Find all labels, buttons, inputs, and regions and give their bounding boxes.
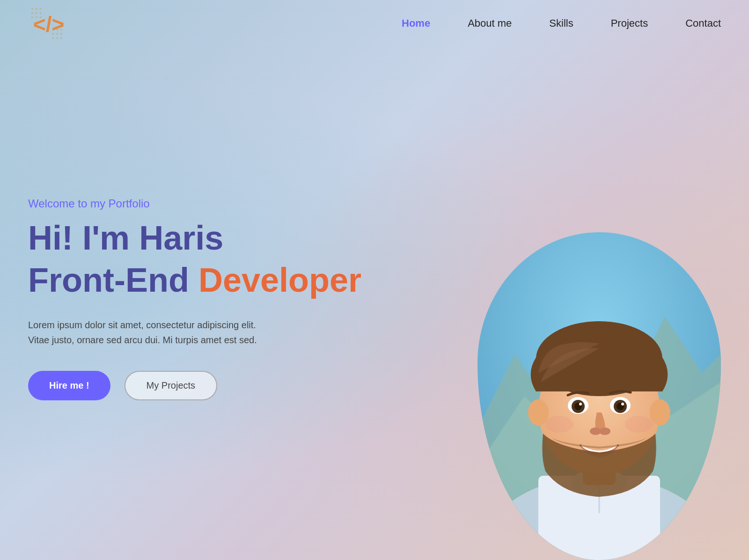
svg-point-36 (621, 403, 624, 405)
hero-portrait (477, 232, 721, 560)
description-line1: Lorem ipsum dolor sit amet, consectetur … (28, 320, 256, 330)
svg-point-38 (599, 427, 610, 435)
svg-text:</>: </> (33, 12, 65, 37)
hero-buttons: Hire me ! My Projects (28, 371, 477, 400)
role-highlight: Developer (198, 261, 361, 299)
nav-link-skills[interactable]: Skills (549, 17, 573, 29)
description-line2: Vitae justo, ornare sed arcu dui. Mi tur… (28, 335, 257, 345)
hero-subtitle: Front-End Developer (28, 262, 477, 299)
hero-section: Welcome to my Portfolio Hi! I'm Haris Fr… (0, 0, 749, 560)
svg-point-17 (60, 37, 62, 39)
svg-point-32 (579, 403, 582, 405)
nav-link-home[interactable]: Home (402, 17, 430, 29)
svg-point-15 (52, 37, 54, 39)
svg-point-42 (625, 416, 653, 433)
hero-image-wrapper (477, 232, 721, 560)
hero-name: Hi! I'm Haris (28, 219, 223, 257)
logo[interactable]: </> (28, 5, 66, 42)
hero-content: Welcome to my Portfolio Hi! I'm Haris Fr… (28, 160, 477, 400)
svg-point-2 (39, 8, 41, 10)
logo-icon: </> (28, 5, 66, 42)
nav-item-contact[interactable]: Contact (685, 17, 721, 29)
hire-me-button[interactable]: Hire me ! (28, 371, 110, 400)
svg-point-1 (36, 8, 37, 10)
hero-image-container (477, 0, 721, 560)
nav-item-about[interactable]: About me (468, 17, 512, 29)
svg-point-16 (56, 37, 58, 39)
nav-item-skills[interactable]: Skills (549, 17, 573, 29)
svg-point-0 (31, 8, 33, 10)
svg-point-41 (545, 416, 573, 433)
hero-title: Hi! I'm Haris (28, 220, 477, 257)
svg-point-40 (650, 399, 670, 426)
navigation: </> Home About me Skills Projects Contac… (0, 0, 749, 47)
nav-links: Home About me Skills Projects Contact (402, 17, 721, 29)
nav-link-about[interactable]: About me (468, 17, 512, 29)
my-projects-button[interactable]: My Projects (125, 371, 217, 400)
nav-link-projects[interactable]: Projects (611, 17, 648, 29)
nav-link-contact[interactable]: Contact (685, 17, 721, 29)
svg-point-39 (528, 399, 549, 426)
role-prefix: Front-End (28, 261, 198, 299)
welcome-text: Welcome to my Portfolio (28, 197, 477, 210)
nav-item-projects[interactable]: Projects (611, 17, 648, 29)
hero-description: Lorem ipsum dolor sit amet, consectetur … (28, 317, 309, 347)
nav-item-home[interactable]: Home (402, 17, 430, 29)
